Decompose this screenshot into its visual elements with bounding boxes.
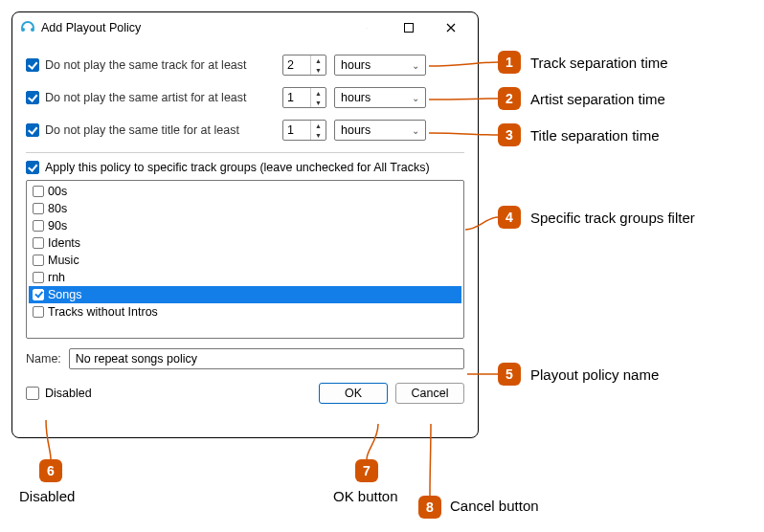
dialog-add-playout-policy: Add Playout Policy Do not play the same … <box>11 11 479 438</box>
rule-artist-value[interactable]: ▲ ▼ <box>282 87 326 108</box>
rule-title-input[interactable] <box>283 121 310 140</box>
chevron-down-icon: ⌄ <box>412 60 419 71</box>
rule-track-unit-value: hours <box>341 58 371 72</box>
group-item-label: 00s <box>48 185 67 198</box>
window-minimize-button[interactable] <box>346 14 388 41</box>
callout-text-2: Artist separation time <box>530 91 665 107</box>
rule-title-unit-value: hours <box>341 123 371 137</box>
group-item[interactable]: Idents <box>29 234 461 252</box>
group-item-label: Songs <box>48 288 81 301</box>
spin-down-icon[interactable]: ▼ <box>311 65 326 75</box>
rule-title-label: Do not play the same title for at least <box>45 123 282 137</box>
policy-name-input[interactable] <box>69 348 464 369</box>
group-item-checkbox[interactable] <box>33 255 44 266</box>
group-item-label: 80s <box>48 202 67 215</box>
disabled-label: Disabled <box>45 387 92 400</box>
callout-badge-8: 8 <box>418 496 441 519</box>
spin-down-icon[interactable]: ▼ <box>311 130 326 140</box>
group-item-label: 90s <box>48 219 67 233</box>
rule-title-row: Do not play the same title for at least … <box>26 114 464 146</box>
callout-4: 4 Specific track groups filter <box>498 206 695 229</box>
callout-badge-1: 1 <box>498 51 521 74</box>
rule-artist-checkbox[interactable] <box>26 91 39 104</box>
callout-text-1: Track separation time <box>530 55 668 71</box>
rule-track-label: Do not play the same track for at least <box>45 58 282 72</box>
window-close-button[interactable] <box>430 14 472 41</box>
rule-title-checkbox[interactable] <box>26 123 39 137</box>
svg-point-0 <box>21 28 25 32</box>
titlebar: Add Playout Policy <box>12 12 478 43</box>
group-item-checkbox[interactable] <box>33 203 44 214</box>
svg-rect-3 <box>405 24 414 33</box>
group-item-checkbox[interactable] <box>33 272 44 283</box>
apply-groups-row: Apply this policy to specific track grou… <box>26 161 464 174</box>
group-item[interactable]: Music <box>29 252 461 269</box>
chevron-down-icon: ⌄ <box>412 93 419 103</box>
ok-button[interactable]: OK <box>319 383 388 404</box>
callout-2: 2 Artist separation time <box>498 87 665 110</box>
callout-3: 3 Title separation time <box>498 123 660 146</box>
callout-text-7: OK button <box>333 488 398 504</box>
group-item[interactable]: 00s <box>29 183 461 200</box>
callout-badge-4: 4 <box>498 206 521 229</box>
rule-artist-input[interactable] <box>283 88 310 107</box>
group-item[interactable]: Songs <box>29 286 461 303</box>
group-item-checkbox[interactable] <box>33 306 44 318</box>
rule-track-checkbox[interactable] <box>26 58 39 72</box>
cancel-button[interactable]: Cancel <box>395 383 464 404</box>
spin-buttons[interactable]: ▲ ▼ <box>310 55 326 75</box>
apply-groups-label: Apply this policy to specific track grou… <box>45 161 430 174</box>
callout-1: 1 Track separation time <box>498 51 668 74</box>
callout-badge-2: 2 <box>498 87 521 110</box>
dialog-body: Do not play the same track for at least … <box>12 43 478 437</box>
bottom-row: Disabled OK Cancel <box>26 383 464 404</box>
spin-down-icon[interactable]: ▼ <box>311 98 326 107</box>
rule-title-unit-select[interactable]: hours ⌄ <box>334 120 426 141</box>
rule-track-unit-select[interactable]: hours ⌄ <box>334 55 426 76</box>
callout-text-4: Specific track groups filter <box>530 210 695 226</box>
group-item-checkbox[interactable] <box>33 289 44 300</box>
group-item-label: Music <box>48 254 79 267</box>
callout-badge-3: 3 <box>498 123 521 146</box>
svg-point-1 <box>31 28 34 32</box>
callout-text-3: Title separation time <box>530 127 660 144</box>
rule-track-value[interactable]: ▲ ▼ <box>282 55 326 76</box>
group-item-checkbox[interactable] <box>33 220 44 232</box>
group-item-label: Tracks without Intros <box>48 305 158 319</box>
spin-up-icon[interactable]: ▲ <box>311 121 326 130</box>
spin-up-icon[interactable]: ▲ <box>311 55 326 65</box>
group-item-label: rnh <box>48 271 65 284</box>
group-item-checkbox[interactable] <box>33 237 44 249</box>
group-item[interactable]: rnh <box>29 269 461 286</box>
apply-groups-checkbox[interactable] <box>26 161 39 174</box>
callout-text-8: Cancel button <box>450 498 539 514</box>
chevron-down-icon: ⌄ <box>412 125 419 136</box>
callout-badge-7: 7 <box>355 459 378 482</box>
rule-title-value[interactable]: ▲ ▼ <box>282 120 326 141</box>
rule-artist-unit-value: hours <box>341 91 371 104</box>
separator <box>26 152 464 153</box>
group-list[interactable]: 00s80s90sIdentsMusicrnhSongsTracks witho… <box>26 180 464 339</box>
group-item[interactable]: 90s <box>29 217 461 234</box>
spin-buttons[interactable]: ▲ ▼ <box>310 88 326 107</box>
group-item-checkbox[interactable] <box>33 186 44 197</box>
rule-track-row: Do not play the same track for at least … <box>26 49 464 81</box>
window-title: Add Playout Policy <box>41 21 346 34</box>
rule-artist-label: Do not play the same artist for at least <box>45 91 282 104</box>
app-icon <box>20 20 35 35</box>
callout-text-6: Disabled <box>19 488 75 504</box>
callout-badge-5: 5 <box>498 363 521 386</box>
callout-badge-6: 6 <box>39 459 62 482</box>
disabled-checkbox[interactable] <box>26 387 39 400</box>
spin-buttons[interactable]: ▲ ▼ <box>310 121 326 140</box>
callout-text-5: Playout policy name <box>530 366 659 383</box>
rule-artist-unit-select[interactable]: hours ⌄ <box>334 87 426 108</box>
rule-artist-row: Do not play the same artist for at least… <box>26 81 464 114</box>
spin-up-icon[interactable]: ▲ <box>311 88 326 98</box>
window-maximize-button[interactable] <box>388 14 430 41</box>
group-item[interactable]: 80s <box>29 200 461 217</box>
callout-5: 5 Playout policy name <box>498 363 659 386</box>
group-item-label: Idents <box>48 236 80 250</box>
group-item[interactable]: Tracks without Intros <box>29 303 461 321</box>
rule-track-input[interactable] <box>283 55 310 75</box>
